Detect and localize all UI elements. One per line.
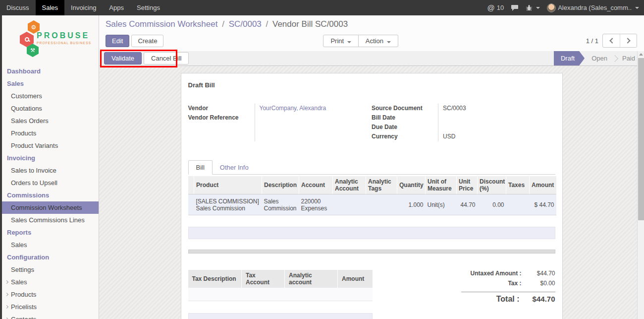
state-open[interactable]: Open: [585, 51, 614, 65]
invoice-line-row[interactable]: [SALES COMMISSION] Sales Commission Sale…: [188, 194, 556, 215]
at-icon: @: [487, 3, 494, 12]
cell-unit-price[interactable]: 44.70: [457, 194, 478, 215]
cell-account[interactable]: 220000 Expenses: [299, 194, 333, 215]
untaxed-amount-value: $44.70: [527, 270, 555, 277]
sidebar-section-sales[interactable]: Sales: [2, 77, 99, 90]
debug-menu[interactable]: [526, 4, 540, 11]
bill-date-value[interactable]: [443, 113, 555, 123]
mentions-counter[interactable]: @ 10: [487, 3, 504, 12]
nav-apps[interactable]: Apps: [103, 0, 130, 15]
top-navbar: Discuss Sales Invoicing Apps Settings @ …: [0, 0, 644, 15]
cell-taxes[interactable]: [506, 194, 530, 215]
pager-next-button[interactable]: [620, 34, 637, 47]
col-discount: Discount (%): [478, 176, 506, 194]
sidebar-section-invoicing[interactable]: Invoicing: [2, 152, 99, 164]
avatar: [547, 3, 556, 12]
logo-brand: PROBUSE: [37, 31, 91, 40]
sidebar-item-sales-commissions-lines[interactable]: Sales Commissions Lines: [2, 214, 99, 226]
pager-counter: 1 / 1: [586, 37, 598, 45]
vertical-scrollbar[interactable]: [637, 51, 644, 319]
sidebar-item-products[interactable]: Products: [2, 127, 99, 139]
state-pipeline: Draft Open Paid: [554, 51, 642, 65]
nav-invoicing[interactable]: Invoicing: [64, 0, 103, 15]
sidebar-item-customers[interactable]: Customers: [2, 90, 99, 102]
sidebar-item-config-sales[interactable]: Sales: [2, 276, 99, 288]
cell-product[interactable]: [SALES COMMISSION] Sales Commission: [194, 194, 262, 215]
caret-down-icon: [635, 7, 639, 9]
currency-value[interactable]: USD: [443, 132, 555, 141]
sidebar-item-sales-to-invoice[interactable]: Sales to Invoice: [2, 164, 99, 177]
sidebar-item-dashboard[interactable]: Dashboard: [2, 65, 99, 77]
probuse-logo: ⚙ ⚒ PROBUSE PROFESSIONAL BUSINESS: [2, 18, 99, 60]
col-unit-price: Unit Price: [457, 176, 478, 194]
cancel-bill-button[interactable]: Cancel Bill: [144, 52, 189, 64]
print-dropdown[interactable]: Print: [323, 35, 358, 47]
sidebar-item-settings[interactable]: Settings: [2, 263, 99, 276]
action-dropdown[interactable]: Action: [359, 35, 398, 47]
due-date-label: Due Date: [372, 123, 438, 132]
cell-quantity[interactable]: 1.000: [397, 194, 426, 215]
cell-analytic-tags[interactable]: [366, 194, 397, 215]
scrollbar-up-button[interactable]: [638, 51, 644, 58]
source-document-value: SC/0003: [443, 104, 555, 113]
app-menu: Discuss Sales Invoicing Apps Settings: [0, 0, 166, 15]
messages-button[interactable]: [511, 4, 519, 11]
cell-analytic-account[interactable]: [333, 194, 366, 215]
vendor-value[interactable]: YourCompany, Alexandra: [260, 104, 372, 113]
cell-description[interactable]: Sales Commission: [262, 194, 299, 215]
vendor-reference-label: Vendor Reference: [188, 113, 255, 123]
horizontal-scrollbar[interactable]: [188, 250, 555, 254]
col-tax-account: Tax Account: [242, 270, 285, 288]
chevron-right-icon: [5, 305, 8, 309]
create-button[interactable]: Create: [131, 35, 163, 47]
nav-discuss[interactable]: Discuss: [0, 0, 36, 15]
control-panel: Sales Commission Worksheet / SC/0003 / V…: [99, 15, 644, 51]
user-menu[interactable]: Alexandra (Sales_comm..: [547, 3, 639, 12]
sidebar-item-reports-sales[interactable]: Sales: [2, 239, 99, 251]
sidebar-section-reports[interactable]: Reports: [2, 226, 99, 239]
sidebar-item-product-variants[interactable]: Product Variants: [2, 139, 99, 152]
chevron-right-icon: [5, 293, 8, 296]
tab-other-info[interactable]: Other Info: [213, 161, 256, 174]
sidebar-section-configuration[interactable]: Configuration: [2, 251, 99, 263]
untaxed-amount-label: Untaxed Amount :: [461, 270, 527, 277]
source-document-label: Source Document: [372, 104, 438, 113]
sidebar-item-sales-orders[interactable]: Sales Orders: [2, 115, 99, 127]
breadcrumb-separator: /: [264, 19, 270, 29]
col-account: Account: [299, 176, 333, 194]
sidebar-item-pricelists[interactable]: Pricelists: [2, 301, 99, 313]
scrollbar-thumb[interactable]: [638, 58, 644, 220]
row-handle: [188, 194, 194, 215]
validate-button[interactable]: Validate: [104, 52, 142, 64]
breadcrumb-current: Vendor Bill SC/0003: [272, 19, 348, 29]
chevron-right-icon: [5, 280, 8, 284]
vendor-reference-value[interactable]: [260, 113, 372, 123]
due-date-value[interactable]: [443, 123, 555, 132]
col-analytic-tags: Analytic Tags: [366, 176, 397, 194]
sidebar-item-label: Sales: [11, 278, 27, 286]
breadcrumb-sc0003[interactable]: SC/0003: [229, 19, 262, 29]
nav-settings[interactable]: Settings: [130, 0, 166, 15]
sidebar-item-orders-to-upsell[interactable]: Orders to Upsell: [2, 177, 99, 189]
sidebar-section-commissions[interactable]: Commissions: [2, 189, 99, 201]
breadcrumb-worksheets[interactable]: Sales Commission Worksheet: [106, 19, 217, 29]
pager-previous-button[interactable]: [603, 34, 620, 47]
edit-button[interactable]: Edit: [106, 35, 129, 47]
sidebar-item-commission-worksheets[interactable]: Commission Worksheets: [2, 201, 99, 214]
invoice-lines-table: Product Description Account Analytic Acc…: [188, 176, 556, 215]
nav-sales[interactable]: Sales: [36, 0, 65, 15]
cell-unit-of-measure[interactable]: Unit(s): [426, 194, 457, 215]
chevron-right-icon: [625, 38, 630, 43]
tab-bill[interactable]: Bill: [188, 160, 213, 175]
triangle-up-icon: [639, 53, 643, 56]
col-unit-of-measure: Unit of Measure: [426, 176, 457, 194]
state-draft[interactable]: Draft: [554, 51, 585, 65]
sidebar-item-config-products[interactable]: Products: [2, 288, 99, 301]
sidebar-item-contacts[interactable]: Contacts: [2, 313, 99, 319]
breadcrumb: Sales Commission Worksheet / SC/0003 / V…: [106, 19, 637, 29]
totals-panel: Untaxed Amount : $44.70 Tax : $0.00 Tota…: [461, 270, 555, 305]
user-name: Alexandra (Sales_comm..: [558, 4, 632, 11]
cell-amount[interactable]: $ 44.70: [530, 194, 556, 215]
sidebar-item-quotations[interactable]: Quotations: [2, 102, 99, 115]
cell-discount[interactable]: 0.00: [478, 194, 506, 215]
